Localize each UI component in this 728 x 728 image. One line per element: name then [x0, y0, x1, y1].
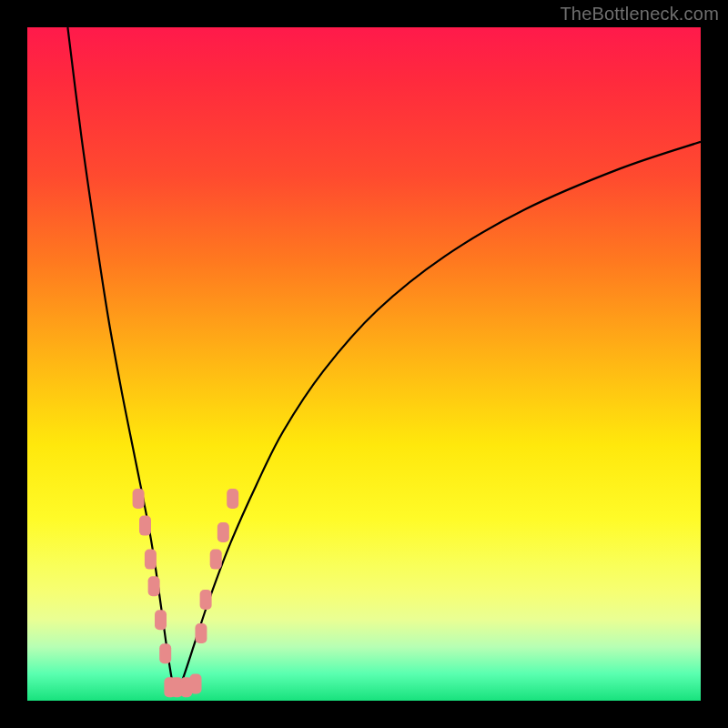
- marker-right-segment-4: [217, 522, 229, 542]
- marker-left-segment-3: [145, 550, 157, 570]
- marker-left-segment-1: [133, 489, 145, 509]
- plot-area: [27, 27, 701, 701]
- marker-left-segment-4: [148, 576, 160, 596]
- marker-right-segment-1: [195, 623, 207, 643]
- marker-right-segment-3: [210, 550, 222, 570]
- marker-left-segment-2: [139, 516, 151, 536]
- watermark-text: TheBottleneck.com: [560, 4, 719, 25]
- marker-left-segment-5: [155, 610, 167, 630]
- marker-right-segment-2: [200, 590, 212, 610]
- marker-layer: [133, 489, 239, 697]
- bottleneck-curve: [67, 27, 701, 694]
- marker-bottom-4: [190, 674, 202, 694]
- marker-right-segment-5: [227, 489, 238, 509]
- chart-frame: TheBottleneck.com: [0, 0, 728, 728]
- marker-left-segment-6: [159, 643, 171, 663]
- curve-layer: [27, 27, 701, 701]
